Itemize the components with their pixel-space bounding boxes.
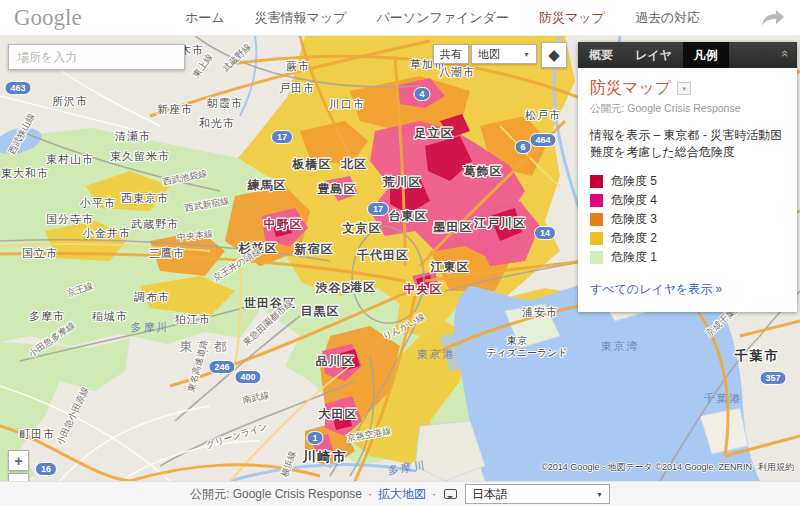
tab-2[interactable]: 凡例 <box>683 42 729 68</box>
map-label: 小田急多摩線 <box>26 319 78 361</box>
map-label: 中央本線 <box>176 228 213 245</box>
map-label: 西武狭山線 <box>6 111 39 157</box>
map-label: 小田急小田原線 <box>54 385 92 448</box>
search-input[interactable] <box>9 50 184 64</box>
map-type-label: 地図 <box>478 47 500 62</box>
route-badge: 464 <box>529 133 556 147</box>
map-label: 松戸市 <box>525 108 561 123</box>
map-label: 戸田市 <box>279 81 315 96</box>
tab-1[interactable]: レイヤ <box>624 42 683 68</box>
search-box[interactable] <box>8 44 185 70</box>
route-badge: 17 <box>367 202 389 216</box>
panel-title-dropdown-icon[interactable]: ▼ <box>677 82 691 95</box>
zoom-out-button[interactable]: − <box>8 473 29 481</box>
map-label: 墨田区 <box>434 219 473 236</box>
map-label: 調布市 <box>134 290 170 305</box>
enlarge-map-link[interactable]: 拡大地図 <box>378 486 426 503</box>
map-label: 北区 <box>341 156 367 173</box>
map-label: 小平市 <box>80 196 116 211</box>
chevron-down-icon: ▼ <box>523 51 530 58</box>
map-label: 目黒区 <box>301 303 340 320</box>
nav-item-3[interactable]: 防災マップ <box>539 9 605 27</box>
map-label: 板橋区 <box>293 156 332 173</box>
route-badge: 463 <box>4 81 31 95</box>
legend-color-swatch <box>590 213 603 226</box>
copyright-text: ©2014 Google - 地図データ ©2014 Google, ZENRI… <box>541 462 752 472</box>
zoom-in-button[interactable]: + <box>8 450 29 471</box>
map-label: 渋谷区 <box>316 280 355 297</box>
map-label: 八潮市 <box>439 65 475 80</box>
map-label: 荒川区 <box>383 174 422 191</box>
nav-item-0[interactable]: ホーム <box>185 9 225 27</box>
nav-item-2[interactable]: パーソンファインダー <box>377 9 509 27</box>
feedback-icon[interactable] <box>444 489 457 499</box>
map-label: 川口市 <box>329 97 365 112</box>
panel-title: 防災マップ <box>590 78 671 99</box>
map-label: 千葉港 <box>704 391 743 406</box>
map-copyright: ©2014 Google - 地図データ ©2014 Google, ZENRI… <box>541 461 794 474</box>
terms-link[interactable]: 利用規約 <box>758 462 794 472</box>
map-label: 国分寺市 <box>46 212 94 227</box>
map-type-dropdown[interactable]: 地図 ▼ <box>471 44 537 64</box>
route-badge: 16 <box>35 462 57 476</box>
route-badge: 4 <box>413 87 430 101</box>
map-label: 江戸川区 <box>474 215 526 232</box>
map-label: 葛飾区 <box>464 163 503 180</box>
map-label: 文京区 <box>343 220 382 237</box>
legend-label: 危険度 1 <box>611 249 657 266</box>
nav-item-4[interactable]: 過去の対応 <box>635 9 700 27</box>
map-label: 足立区 <box>415 125 454 142</box>
route-badge: 400 <box>234 370 261 384</box>
map-label: 清瀬市 <box>115 129 151 144</box>
layers-panel: 概要レイヤ凡例« 防災マップ ▼ 公開元: Google Crisis Resp… <box>578 42 797 312</box>
crisis-map-app: Google ホーム災害情報マップパーソンファインダー防災マップ過去の対応 <box>0 0 800 506</box>
my-location-button[interactable]: ◆ <box>541 42 567 68</box>
map-label: 横浜線 <box>279 449 300 479</box>
legend-row: 危険度 1 <box>590 248 785 267</box>
map-label: 南武線 <box>241 389 270 407</box>
map-label: 武蔵野市 <box>131 217 179 232</box>
panel-publisher: 公開元: Google Crisis Response <box>590 102 785 116</box>
map-label: 豊島区 <box>318 181 357 198</box>
language-select[interactable]: 日本語 ▼ <box>465 484 610 504</box>
map-label: 新座市 <box>157 102 193 117</box>
map-label: 台東区 <box>389 208 428 225</box>
map-label: 町田市 <box>19 427 55 442</box>
legend-row: 危険度 3 <box>590 210 785 229</box>
share-icon[interactable] <box>760 8 786 28</box>
legend-label: 危険度 3 <box>611 211 657 228</box>
legend-row: 危険度 4 <box>590 191 785 210</box>
map-label: 港区 <box>350 279 376 296</box>
route-badge: 1 <box>306 431 323 445</box>
legend-label: 危険度 5 <box>611 173 657 190</box>
map-label: 江東区 <box>431 259 470 276</box>
map-label: 大田区 <box>319 406 358 423</box>
map-label: 東久留米市 <box>110 149 170 164</box>
map-label: 京急空港線 <box>346 425 393 446</box>
nav-item-1[interactable]: 災害情報マップ <box>255 9 347 27</box>
map-label: 多摩市 <box>29 309 65 324</box>
location-icon: ◆ <box>548 46 560 64</box>
map-share-button[interactable]: 共有 <box>433 44 469 64</box>
map-label: 所沢市 <box>52 94 88 109</box>
legend-row: 危険度 2 <box>590 229 785 248</box>
map-label: 練馬区 <box>248 177 287 194</box>
map-label: 千葉市 <box>735 347 780 365</box>
route-badge: 14 <box>534 226 556 240</box>
legend: 危険度 5危険度 4危険度 3危険度 2危険度 1 <box>590 172 785 267</box>
map-label: 多摩川 <box>131 320 170 335</box>
footer: 公開元: Google Crisis Response · 拡大地図 · 日本語… <box>0 481 800 506</box>
map-label: 中央区 <box>404 281 443 298</box>
tab-0[interactable]: 概要 <box>578 42 624 68</box>
collapse-panel-icon[interactable]: « <box>778 50 793 57</box>
map-label: 新宿区 <box>295 241 334 258</box>
map-label: 小金井市 <box>83 226 131 241</box>
show-all-layers-link[interactable]: すべてのレイヤを表示 » <box>590 281 785 298</box>
panel-tabbar: 概要レイヤ凡例« <box>578 42 797 68</box>
map-label: ディズニーランド <box>486 346 568 360</box>
panel-body: 防災マップ ▼ 公開元: Google Crisis Response 情報を表… <box>578 68 797 312</box>
map-label: 浦安市 <box>522 305 558 320</box>
legend-color-swatch <box>590 251 603 264</box>
route-badge: 246 <box>208 360 235 374</box>
map-label: 東京港 <box>417 347 456 362</box>
